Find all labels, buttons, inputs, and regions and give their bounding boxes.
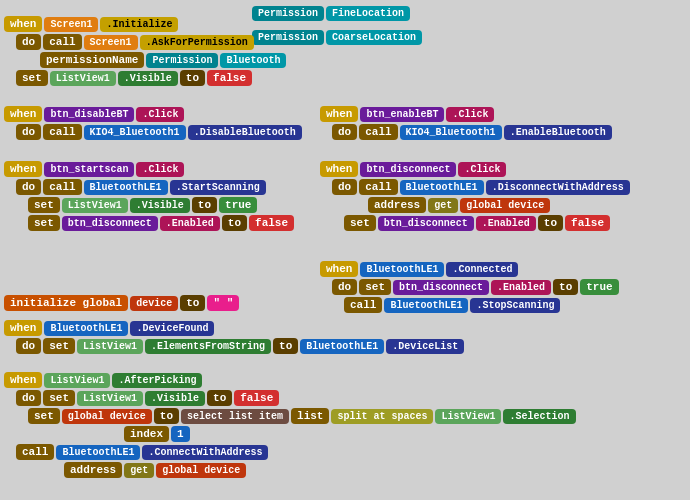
btn-disconnect: btn_disconnect (62, 216, 158, 231)
ble2: BluetoothLE1 (400, 180, 484, 195)
listview1-6: ListView1 (435, 409, 501, 424)
index-kw: index (124, 426, 169, 442)
kio4-bt1: KIO4_Bluetooth1 (84, 125, 186, 140)
true-val2: true (580, 279, 618, 295)
set-kw7: set (43, 390, 75, 406)
set-kw3: set (28, 215, 60, 231)
device-list: .DeviceList (386, 339, 464, 354)
btn-enablebt-label: btn_enableBT (360, 107, 444, 122)
click-label3: .Click (136, 162, 184, 177)
block-disable-bt[interactable]: when btn_disableBT .Click do call KIO4_B… (4, 106, 302, 140)
click-label4: .Click (458, 162, 506, 177)
connect-addr: .ConnectWithAddress (142, 445, 268, 460)
btn-disconnect3: btn_disconnect (378, 216, 474, 231)
global-device: global device (460, 198, 550, 213)
ble7: BluetoothLE1 (56, 445, 140, 460)
do-kw4: do (16, 179, 41, 195)
false-val4: false (234, 390, 279, 406)
select-list: select list item (181, 409, 289, 424)
permission-fine-value: FineLocation (326, 6, 410, 21)
block-disconnect[interactable]: when btn_disconnect .Click do call Bluet… (320, 161, 630, 231)
enabled-label3: .Enabled (491, 280, 551, 295)
when-kw3: when (320, 106, 358, 122)
to-kw: to (180, 70, 205, 86)
do-kw5: do (332, 179, 357, 195)
block-after-picking[interactable]: when ListView1 .AfterPicking do set List… (4, 372, 576, 478)
click-label: .Click (136, 107, 184, 122)
true-val: true (219, 197, 257, 213)
block-screen1-init[interactable]: when Screen1 .Initialize do call Screen1… (4, 16, 286, 86)
block-init-global[interactable]: initialize global device to " " (4, 295, 239, 311)
when-kw8: when (4, 372, 42, 388)
btn-startscan: btn_startscan (44, 162, 134, 177)
do-kw: do (16, 34, 41, 50)
enabled-label: .Enabled (160, 216, 220, 231)
btn-disconnect4: btn_disconnect (393, 280, 489, 295)
false-val2: false (249, 215, 294, 231)
call-kw4: call (43, 179, 81, 195)
blocks-canvas: Permission FineLocation Permission Coars… (0, 0, 690, 500)
global-device2: global device (62, 409, 152, 424)
selection-label: .Selection (503, 409, 575, 424)
visible-label: .Visible (118, 71, 178, 86)
askperm-label: .AskForPermission (140, 35, 254, 50)
do-kw3: do (332, 124, 357, 140)
initialize-label: .Initialize (100, 17, 178, 32)
connected-label: .Connected (446, 262, 518, 277)
when-kw7: when (4, 320, 42, 336)
to-kw6: to (180, 295, 205, 311)
when-kw2: when (4, 106, 42, 122)
when-kw: when (4, 16, 42, 32)
block-device-found[interactable]: when BluetoothLE1 .DeviceFound do set Li… (4, 320, 464, 354)
ble3: BluetoothLE1 (360, 262, 444, 277)
init-kw: initialize global (4, 295, 128, 311)
to-kw8: to (207, 390, 232, 406)
call-kw5: call (359, 179, 397, 195)
when-kw4: when (4, 161, 42, 177)
perm-bt-inline: Permission (146, 53, 218, 68)
to-kw9: to (154, 408, 179, 424)
elements-label: .ElementsFromString (145, 339, 271, 354)
call-kw6: call (344, 297, 382, 313)
call-kw2: call (43, 124, 81, 140)
block-ble-connected[interactable]: when BluetoothLE1 .Connected do set btn_… (320, 261, 619, 313)
set-kw: set (16, 70, 48, 86)
do-kw7: do (16, 338, 41, 354)
listview1-4: ListView1 (44, 373, 110, 388)
enabled-label2: .Enabled (476, 216, 536, 231)
val-1: 1 (171, 426, 190, 442)
set-kw5: set (359, 279, 391, 295)
do-kw6: do (332, 279, 357, 295)
call-kw3: call (359, 124, 397, 140)
ble6: BluetoothLE1 (300, 339, 384, 354)
block-enable-bt[interactable]: when btn_enableBT .Click do call KIO4_Bl… (320, 106, 612, 140)
btn-disconnect2: btn_disconnect (360, 162, 456, 177)
enable-bt-label: .EnableBluetooth (504, 125, 612, 140)
permission-coarse-value: CoarseLocation (326, 30, 422, 45)
get-label2: get (124, 463, 154, 478)
listview1-2: ListView1 (62, 198, 128, 213)
set-kw2: set (28, 197, 60, 213)
device-found: .DeviceFound (130, 321, 214, 336)
false-val: false (207, 70, 252, 86)
block-start-scan[interactable]: when btn_startscan .Click do call Blueto… (4, 161, 294, 231)
split-spaces: split at spaces (331, 409, 433, 424)
permname-kw: permissionName (40, 52, 144, 68)
start-scanning: .StartScanning (170, 180, 266, 195)
global-device3: global device (156, 463, 246, 478)
call-kw7: call (16, 444, 54, 460)
click-label2: .Click (446, 107, 494, 122)
set-kw6: set (43, 338, 75, 354)
set-kw8: set (28, 408, 60, 424)
to-kw5: to (553, 279, 578, 295)
to-kw2: to (192, 197, 217, 213)
screen1-2-label: Screen1 (84, 35, 138, 50)
address-kw: address (368, 197, 426, 213)
stop-scanning: .StopScanning (470, 298, 560, 313)
disable-bt-label: .DisableBluetooth (188, 125, 302, 140)
to-kw3: to (222, 215, 247, 231)
do-kw2: do (16, 124, 41, 140)
set-kw4: set (344, 215, 376, 231)
disconnect-addr: .DisconnectWithAddress (486, 180, 630, 195)
when-kw6: when (320, 261, 358, 277)
